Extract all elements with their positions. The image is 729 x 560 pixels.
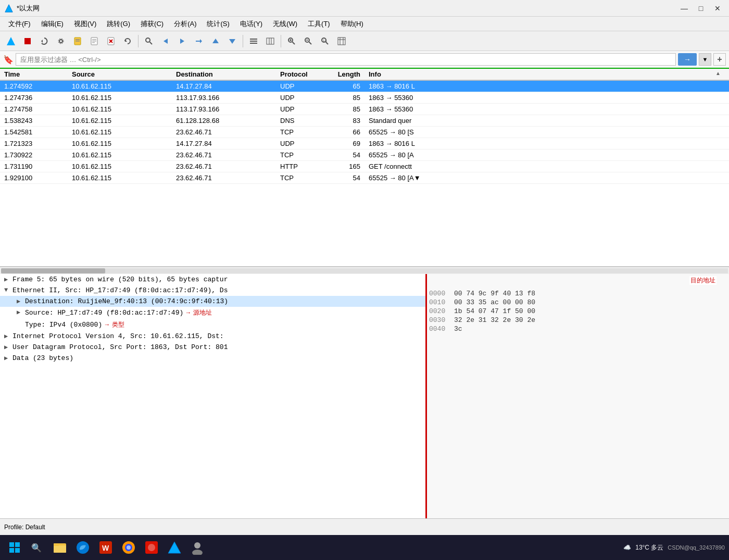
toolbar-close-file-button[interactable] (103, 34, 119, 48)
hex-row: 0030 32 2e 31 32 2e 30 2e (429, 316, 727, 324)
taskbar-explorer-icon[interactable] (50, 538, 70, 557)
table-row[interactable]: 1.721323 10.61.62.115 14.17.27.84 UDP 69… (0, 138, 729, 150)
menu-statistics[interactable]: 统计(S) (203, 18, 233, 30)
cell-length: 54 (323, 172, 364, 183)
taskbar-edge-icon[interactable] (73, 538, 93, 557)
toolbar-zoomin-button[interactable] (284, 34, 299, 48)
toolbar-stop-button[interactable] (20, 34, 35, 48)
toolbar-search-button[interactable] (141, 34, 157, 48)
svg-rect-11 (92, 41, 96, 42)
hex-row: 0040 3c (429, 325, 727, 333)
menu-capture[interactable]: 捕获(C) (136, 18, 168, 30)
menu-analyze[interactable]: 分析(A) (170, 18, 200, 30)
table-row[interactable]: 1.929100 10.61.62.115 23.62.46.71 TCP 54… (0, 172, 729, 184)
hex-row: 0020 1b 54 07 47 1f 50 00 (429, 307, 727, 315)
taskbar-firefox-icon[interactable] (119, 538, 139, 557)
filter-input[interactable] (16, 53, 676, 66)
taskbar-weather-text: 13°C 多云 (635, 543, 663, 552)
header-info: Info (364, 70, 729, 78)
detail-text: Frame 5: 65 bytes on wire (520 bits), 65… (12, 276, 421, 283)
table-row[interactable]: 1.542581 10.61.62.115 23.62.46.71 TCP 66… (0, 127, 729, 138)
expand-icon[interactable]: ▶ (4, 343, 10, 351)
expand-icon[interactable]: ▶ (17, 297, 23, 305)
toolbar-columns-button[interactable] (246, 34, 261, 48)
start-button[interactable] (4, 537, 25, 558)
detail-text: User Datagram Protocol, Src Port: 1863, … (12, 343, 421, 351)
cell-dest: 23.62.46.71 (172, 150, 276, 160)
toolbar-resetzoom-button[interactable]: 1:1 (317, 34, 333, 48)
taskbar-search-button[interactable]: 🔍 (28, 539, 45, 556)
filter-apply-button[interactable]: → (678, 53, 697, 66)
toolbar-wireshark-icon[interactable] (3, 34, 19, 48)
detail-row[interactable]: ▼ Ethernet II, Src: HP_17:d7:49 (f8:0d:a… (0, 285, 425, 296)
menu-help[interactable]: 帮助(H) (336, 18, 368, 30)
toolbar-back-button[interactable] (158, 34, 173, 48)
toolbar-up-button[interactable] (208, 34, 223, 48)
toolbar-zoomout-button[interactable] (300, 34, 316, 48)
table-row[interactable]: 1.274758 10.61.62.115 113.17.93.166 UDP … (0, 104, 729, 115)
close-button[interactable]: ✕ (710, 3, 725, 14)
toolbar-reload-button[interactable] (120, 34, 135, 48)
hscroll-track[interactable] (1, 268, 728, 273)
toolbar-down-button[interactable] (224, 34, 240, 48)
detail-row[interactable]: ▶ Frame 5: 65 bytes on wire (520 bits), … (0, 274, 425, 285)
cell-length: 66 (323, 127, 364, 138)
svg-marker-24 (229, 39, 235, 44)
taskbar-user-icon[interactable] (187, 538, 207, 557)
cell-length: 85 (323, 92, 364, 103)
menu-file[interactable]: 文件(F) (4, 18, 35, 30)
menu-edit[interactable]: 编辑(E) (37, 18, 68, 30)
detail-text: Destination: RuijieNe_9f:40:13 (00:74:9c… (25, 297, 421, 305)
hex-bytes: 32 2e 31 32 2e 30 2e (454, 316, 727, 324)
expand-icon[interactable]: ▼ (4, 287, 10, 294)
menu-telephony[interactable]: 电话(Y) (236, 18, 267, 30)
toolbar-allcols-button[interactable] (262, 34, 278, 48)
toolbar-restart-button[interactable] (36, 34, 52, 48)
taskbar-redapp-icon[interactable] (142, 538, 161, 557)
toolbar-jump-button[interactable] (191, 34, 207, 48)
horizontal-scrollbar[interactable] (0, 267, 729, 274)
detail-row[interactable]: ▶ Destination: RuijieNe_9f:40:13 (00:74:… (0, 296, 425, 307)
taskbar-wps-icon[interactable]: W (96, 538, 116, 557)
filter-dropdown-button[interactable]: ▼ (699, 53, 711, 66)
maximize-button[interactable]: □ (694, 3, 708, 14)
detail-row[interactable]: ▶ Data (23 bytes) (0, 353, 425, 364)
table-row[interactable]: 1.731190 10.61.62.115 23.62.46.71 HTTP 1… (0, 161, 729, 172)
menu-view[interactable]: 视图(V) (70, 18, 100, 30)
detail-row[interactable]: ▶ Internet Protocol Version 4, Src: 10.6… (0, 331, 425, 342)
svg-rect-27 (250, 43, 257, 44)
cell-time: 1.274736 (0, 92, 68, 103)
hscroll-thumb[interactable] (1, 268, 105, 273)
expand-icon[interactable]: ▶ (4, 332, 10, 340)
toolbar-resize-button[interactable] (334, 34, 349, 48)
taskbar: 🔍 W (0, 535, 729, 560)
menu-goto[interactable]: 跳转(G) (103, 18, 134, 30)
toolbar-forward-button[interactable] (174, 34, 190, 48)
filter-bookmark-icon: 🔖 (3, 55, 14, 65)
svg-rect-48 (15, 548, 20, 553)
svg-rect-26 (250, 41, 257, 42)
filter-add-button[interactable]: + (713, 53, 726, 66)
header-destination: Destination (172, 70, 276, 78)
expand-icon[interactable]: ▶ (17, 308, 23, 316)
table-row[interactable]: 1.274592 10.61.62.115 14.17.27.84 UDP 65… (0, 81, 729, 92)
cell-source: 10.61.62.115 (68, 127, 172, 138)
toolbar-options-button[interactable] (53, 34, 69, 48)
table-row[interactable]: 1.274736 10.61.62.115 113.17.93.166 UDP … (0, 92, 729, 104)
detail-row[interactable]: ▶ User Datagram Protocol, Src Port: 1863… (0, 342, 425, 353)
detail-row[interactable]: Type: IPv4 (0x0800) → 类型 (0, 319, 425, 331)
table-row[interactable]: 1.730922 10.61.62.115 23.62.46.71 TCP 54… (0, 150, 729, 161)
toolbar-document-button[interactable] (86, 34, 102, 48)
svg-rect-45 (9, 542, 14, 547)
taskbar-wireshark-icon[interactable] (165, 538, 184, 557)
expand-icon[interactable]: ▶ (4, 276, 10, 283)
hex-offset: 0020 (429, 307, 450, 315)
cell-dest: 23.62.46.71 (172, 172, 276, 183)
menu-wireless[interactable]: 无线(W) (269, 18, 301, 30)
menu-tools[interactable]: 工具(T) (304, 18, 334, 30)
detail-row[interactable]: ▶ Source: HP_17:d7:49 (f8:0d:ac:17:d7:49… (0, 307, 425, 319)
expand-icon[interactable]: ▶ (4, 354, 10, 362)
toolbar-file-button[interactable] (70, 34, 85, 48)
table-row[interactable]: 1.538243 10.61.62.115 61.128.128.68 DNS … (0, 115, 729, 127)
minimize-button[interactable]: — (677, 3, 692, 14)
